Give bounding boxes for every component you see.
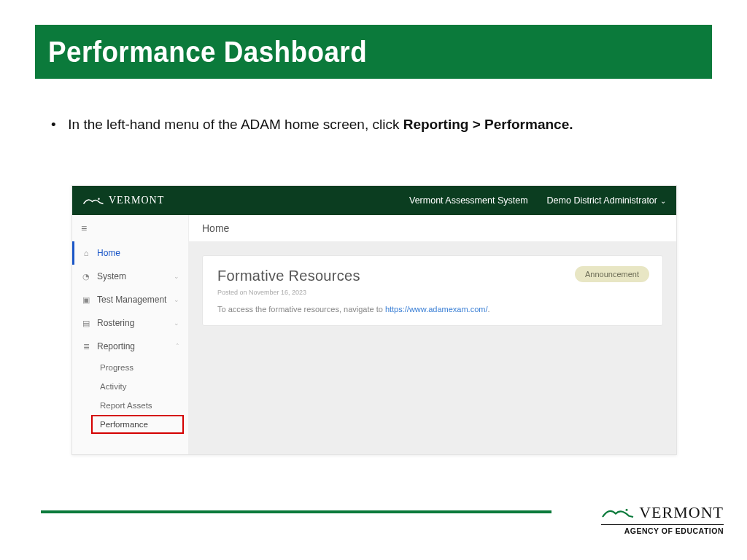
slide-title: Performance Dashboard <box>48 36 367 69</box>
sidebar-label-home: Home <box>97 248 120 258</box>
sidebar-sub-progress[interactable]: Progress <box>94 358 188 377</box>
chevron-down-icon: ⌄ <box>660 197 666 205</box>
svg-point-0 <box>98 198 99 200</box>
app-header: VERMONT Vermont Assessment System Demo D… <box>72 186 676 215</box>
sidebar-label-reporting: Reporting <box>97 341 135 351</box>
user-menu[interactable]: Demo District Administrator ⌄ <box>547 195 666 206</box>
sidebar-item-system[interactable]: ◔ System ⌄ <box>72 265 188 288</box>
instruction-text-bold: Reporting > Performance. <box>403 117 573 132</box>
sidebar-item-rostering[interactable]: ▤ Rostering ⌄ <box>72 311 188 335</box>
header-right: Vermont Assessment System Demo District … <box>409 195 666 206</box>
folder-icon: ▣ <box>81 295 91 305</box>
card-body-link[interactable]: https://www.adamexam.com/ <box>385 305 488 314</box>
main-panel: Home Formative Resources Posted on Novem… <box>189 215 676 454</box>
user-label: Demo District Administrator <box>547 195 657 206</box>
adam-screenshot: VERMONT Vermont Assessment System Demo D… <box>71 185 677 455</box>
page-title: Home <box>189 215 676 242</box>
footer-brand: VERMONT <box>639 503 724 522</box>
chevron-up-icon: ˄ <box>176 343 179 350</box>
sidebar-item-reporting[interactable]: ≣ Reporting ˄ <box>72 335 188 358</box>
instruction-bullet: • In the left-hand menu of the ADAM home… <box>51 117 700 133</box>
brand-text: VERMONT <box>109 195 164 206</box>
sidebar-label-system: System <box>97 271 126 281</box>
gauge-icon: ◔ <box>81 272 91 281</box>
chevron-down-icon: ⌄ <box>174 296 179 303</box>
sidebar-sub-performance[interactable]: Performance <box>91 415 184 434</box>
sidebar: ≡ ⌂ Home ◔ System ⌄ ▣ Test Management ⌄ … <box>72 215 189 454</box>
sidebar-item-test-management[interactable]: ▣ Test Management ⌄ <box>72 288 188 311</box>
mountain-icon <box>601 506 635 519</box>
announcement-card: Formative Resources Posted on November 1… <box>202 255 663 326</box>
card-body-tail: . <box>488 305 490 314</box>
card-posted: Posted on November 16, 2023 <box>217 289 648 296</box>
svg-point-1 <box>626 508 628 510</box>
instruction-text-lead: In the left-hand menu of the ADAM home s… <box>68 117 403 132</box>
hamburger-icon[interactable]: ≡ <box>72 215 188 241</box>
roster-icon: ▤ <box>81 319 91 328</box>
chevron-down-icon: ⌄ <box>174 273 179 280</box>
mountain-icon <box>82 194 104 207</box>
footer-logo: VERMONT AGENCY OF EDUCATION <box>601 503 724 536</box>
sidebar-sub-activity[interactable]: Activity <box>94 377 188 396</box>
sidebar-sub-report-assets[interactable]: Report Assets <box>94 396 188 415</box>
card-body-lead: To access the formative resources, navig… <box>217 305 385 314</box>
chart-icon: ≣ <box>81 342 91 351</box>
footer-rule <box>41 510 551 513</box>
footer-agency: AGENCY OF EDUCATION <box>601 526 724 535</box>
sidebar-label-rostering: Rostering <box>97 318 134 328</box>
card-body: To access the formative resources, navig… <box>217 305 648 314</box>
sidebar-item-home[interactable]: ⌂ Home <box>72 241 188 265</box>
home-icon: ⌂ <box>81 249 91 257</box>
system-label: Vermont Assessment System <box>409 195 528 206</box>
slide-title-bar: Performance Dashboard <box>35 25 712 79</box>
reporting-submenu: Progress Activity Report Assets Performa… <box>72 358 188 434</box>
brand-block: VERMONT <box>82 194 164 207</box>
sidebar-label-testmgmt: Test Management <box>97 295 166 305</box>
footer-divider <box>601 524 724 526</box>
bullet-dot: • <box>51 117 64 133</box>
announcement-badge: Announcement <box>575 266 649 282</box>
chevron-down-icon: ⌄ <box>174 319 179 327</box>
